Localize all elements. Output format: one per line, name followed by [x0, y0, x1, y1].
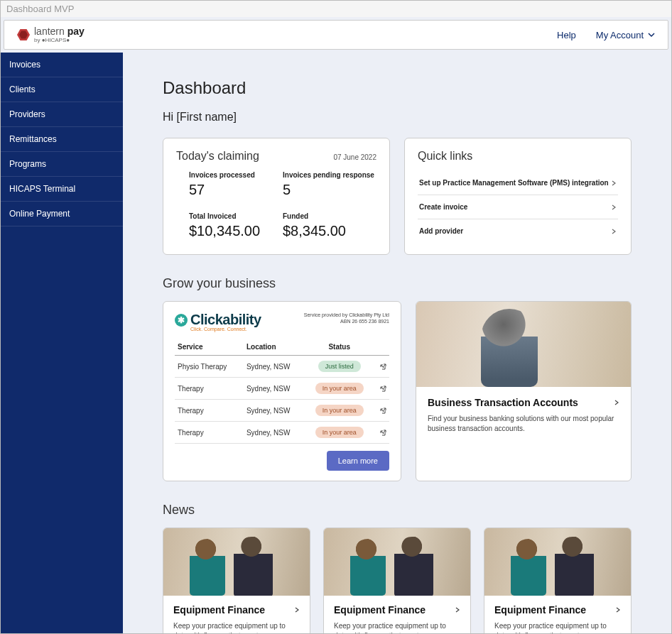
quick-link-label: Add provider	[419, 227, 463, 235]
chevron-right-icon	[611, 229, 617, 234]
metric-label: Total Invoiced	[189, 212, 283, 220]
chevron-right-icon	[455, 607, 460, 613]
quick-links-card: Quick links Set up Practice Management S…	[404, 138, 632, 255]
th-status: Status	[305, 339, 373, 356]
news-desc: Keep your practice equipment up to date …	[173, 621, 300, 634]
promo-title: Business Transaction Accounts	[428, 397, 578, 408]
metric-invoices-pending: Invoices pending response 5	[283, 171, 376, 198]
metric-value: $10,345.00	[189, 223, 283, 239]
news-image	[324, 528, 470, 596]
logo-text: lantern pay	[34, 26, 85, 36]
news-desc: Keep your practice equipment up to date …	[494, 621, 621, 634]
table-row: Physio TherapySydney, NSWJust listed	[175, 356, 389, 378]
th-location: Location	[244, 339, 305, 356]
sidebar-item-programs[interactable]: Programs	[1, 152, 123, 177]
cell-status: In your area	[305, 378, 373, 400]
cell-location: Sydney, NSW	[244, 356, 305, 378]
sidebar: Invoices Clients Providers Remittances P…	[1, 53, 123, 634]
cell-service: Therapy	[175, 422, 244, 444]
chevron-right-icon	[294, 607, 300, 613]
cell-location: Sydney, NSW	[244, 422, 305, 444]
topbar: lantern pay by ●HICAPS● Help My Account	[4, 20, 668, 50]
todays-claiming-card: Today's claiming 07 June 2022 Invoices p…	[163, 138, 390, 255]
news-card[interactable]: Equipment FinanceKeep your practice equi…	[163, 528, 310, 634]
main-content: Dashboard Hi [First name] Today's claimi…	[123, 53, 671, 634]
services-table: Service Location Status Physio TherapySy…	[175, 339, 389, 444]
metric-value: $8,345.00	[283, 223, 376, 239]
help-link[interactable]: Help	[557, 30, 576, 40]
chevron-down-icon	[648, 31, 655, 38]
my-account-label: My Account	[596, 30, 644, 40]
provider-line2: ABN 26 655 236 8921	[304, 318, 389, 324]
sidebar-item-remittances[interactable]: Remittances	[1, 127, 123, 152]
cell-external[interactable]	[373, 422, 389, 444]
cell-external[interactable]	[373, 356, 389, 378]
cell-service: Therapy	[175, 400, 244, 422]
quick-links-title: Quick links	[418, 150, 472, 163]
quick-link-create-invoice[interactable]: Create invoice	[418, 195, 618, 219]
promo-image	[416, 302, 631, 387]
quick-link-label: Set up Practice Management Software (PMS…	[419, 179, 609, 187]
clickability-card: ✱ Clickability Click. Compare. Connect. …	[163, 301, 401, 481]
external-link-icon	[379, 408, 386, 415]
quick-link-pms-integration[interactable]: Set up Practice Management Software (PMS…	[418, 171, 618, 195]
sidebar-item-hicaps-terminal[interactable]: HICAPS Terminal	[1, 177, 123, 202]
provider-line1: Service provided by Clickability Pty Ltd	[304, 312, 389, 318]
learn-more-button[interactable]: Learn more	[327, 451, 389, 471]
promo-desc: Find your business banking solutions wit…	[428, 414, 619, 434]
claiming-date: 07 June 2022	[333, 153, 376, 161]
news-title: Equipment Finance	[173, 604, 265, 616]
status-badge: In your area	[315, 405, 364, 416]
logo-light: lantern	[34, 26, 65, 37]
cell-location: Sydney, NSW	[244, 378, 305, 400]
sidebar-item-clients[interactable]: Clients	[1, 77, 123, 102]
sidebar-item-online-payment[interactable]: Online Payment	[1, 202, 123, 226]
metric-value: 57	[189, 182, 283, 198]
my-account-dropdown[interactable]: My Account	[596, 30, 655, 40]
cell-status: Just listed	[305, 356, 373, 378]
quick-link-label: Create invoice	[419, 203, 467, 211]
status-badge: Just listed	[318, 361, 361, 372]
status-badge: In your area	[315, 383, 364, 394]
chevron-right-icon	[614, 400, 619, 405]
news-card[interactable]: Equipment FinanceKeep your practice equi…	[484, 528, 632, 634]
cell-location: Sydney, NSW	[244, 400, 305, 422]
logo-bold: pay	[67, 26, 85, 37]
metric-total-invoiced: Total Invoiced $10,345.00	[189, 212, 283, 239]
metric-funded: Funded $8,345.00	[283, 212, 376, 239]
star-icon: ✱	[175, 314, 188, 327]
sidebar-item-providers[interactable]: Providers	[1, 102, 123, 127]
logo[interactable]: lantern pay by ●HICAPS●	[17, 26, 85, 43]
cell-status: In your area	[305, 400, 373, 422]
claiming-title: Today's claiming	[176, 150, 259, 163]
status-badge: In your area	[315, 427, 364, 438]
frame-title: Dashboard MVP	[1, 1, 671, 17]
cell-external[interactable]	[373, 378, 389, 400]
grow-section-title: Grow your business	[163, 276, 632, 291]
chevron-right-icon	[611, 204, 617, 210]
cell-external[interactable]	[373, 400, 389, 422]
news-section-title: News	[163, 503, 632, 518]
clickability-provider: Service provided by Clickability Pty Ltd…	[304, 312, 389, 324]
news-desc: Keep your practice equipment up to date …	[334, 621, 460, 634]
logo-hex-icon	[17, 28, 30, 41]
external-link-icon	[379, 364, 386, 371]
metric-invoices-processed: Invoices processed 57	[189, 171, 283, 198]
metric-label: Invoices pending response	[283, 171, 376, 179]
table-row: TherapySydney, NSWIn your area	[175, 422, 389, 444]
sidebar-item-invoices[interactable]: Invoices	[1, 53, 123, 77]
news-image	[163, 528, 310, 596]
chevron-right-icon	[615, 607, 621, 613]
quick-link-add-provider[interactable]: Add provider	[418, 219, 618, 243]
external-link-icon	[379, 386, 386, 393]
greeting: Hi [First name]	[163, 111, 632, 124]
news-card[interactable]: Equipment FinanceKeep your practice equi…	[323, 528, 471, 634]
business-accounts-card[interactable]: Business Transaction Accounts Find your …	[416, 301, 632, 481]
news-title: Equipment Finance	[494, 604, 586, 616]
logo-subtext: by ●HICAPS●	[34, 38, 85, 43]
page-title: Dashboard	[163, 78, 632, 98]
metric-label: Invoices processed	[189, 171, 283, 179]
cell-status: In your area	[305, 422, 373, 444]
news-image	[484, 528, 631, 596]
clickability-logo: ✱ Clickability	[175, 312, 261, 328]
